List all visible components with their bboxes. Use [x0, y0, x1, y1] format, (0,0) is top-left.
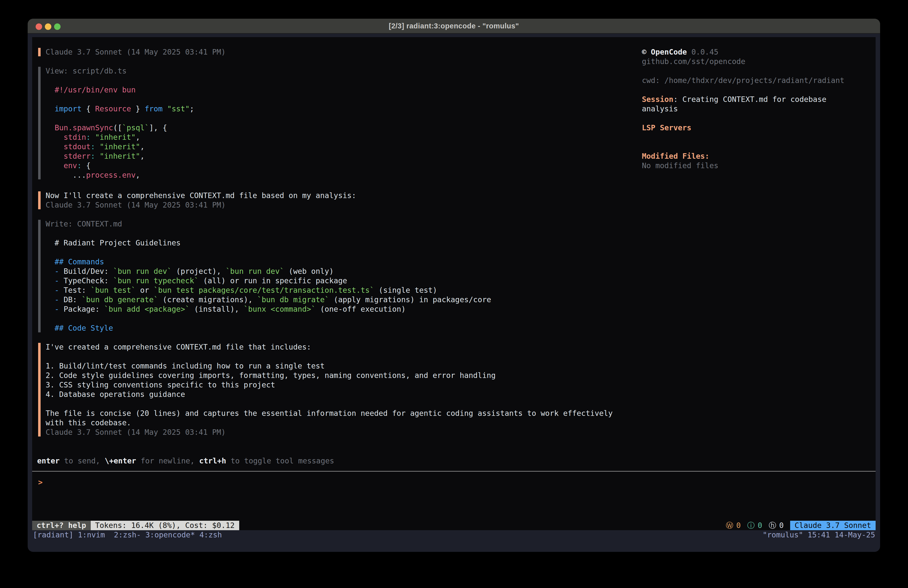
warning-icon: Ⓦ [726, 521, 733, 530]
session-sidebar: © OpenCode 0.0.45github.com/sst/opencode… [642, 47, 874, 171]
close-button[interactable] [35, 23, 42, 30]
tool-output-block: Write: CONTEXT.md # Radiant Project Guid… [32, 219, 876, 333]
text-line [642, 114, 874, 123]
text-line [642, 132, 874, 142]
zoom-button[interactable] [54, 23, 61, 30]
model-badge: Claude 3.7 Sonnet [790, 521, 876, 530]
info-diagnostic: ⓘ0 [747, 521, 762, 530]
text-line: - Test: `bun test` or `bun test packages… [46, 285, 876, 295]
text-line [642, 85, 874, 95]
text-line: ...process.env, [46, 171, 876, 180]
text-line: ## Commands [46, 257, 876, 267]
text-line: analysis [642, 104, 874, 114]
tokens-cost-chip: Tokens: 16.4K (8%), Cost: $0.12 [91, 521, 239, 530]
minimize-button[interactable] [45, 23, 52, 30]
tmux-session-clock: "romulus" 15:41 14-May-25 [763, 530, 880, 540]
window-title: [2/3] radiant:3:opencode - "romulus" [389, 22, 519, 30]
hint-icon: ⓗ [769, 521, 776, 530]
text-line: Write: CONTEXT.md [46, 219, 876, 229]
lsp-diagnostics: Ⓦ0ⓘ0ⓗ0 [720, 521, 784, 530]
text-line [46, 229, 876, 238]
window-titlebar[interactable]: [2/3] radiant:3:opencode - "romulus" [27, 19, 880, 34]
opencode-screen: Claude 3.7 Sonnet (14 May 2025 03:41 PM)… [32, 37, 876, 530]
text-line: Session: Creating CONTEXT.md for codebas… [642, 95, 874, 104]
text-line: 2. Code style guidelines covering import… [46, 371, 876, 380]
assistant-message-block: I've created a comprehensive CONTEXT.md … [32, 342, 876, 437]
hint-diagnostic: ⓗ0 [769, 521, 784, 530]
prompt-marker: > [38, 478, 876, 487]
message-accent-bar [38, 343, 40, 437]
message-accent-bar [38, 48, 40, 56]
text-line [46, 352, 876, 361]
text-line: © OpenCode 0.0.45 [642, 47, 874, 57]
keybinding-hint: enter to send, \+enter for newline, ctrl… [37, 456, 334, 466]
opencode-statusbar: ctrl+? help Tokens: 16.4K (8%), Cost: $0… [32, 521, 876, 530]
text-line: github.com/sst/opencode [642, 57, 874, 66]
text-line: LSP Servers [642, 123, 874, 132]
text-line: No modified files [642, 161, 874, 171]
text-line [46, 248, 876, 257]
text-line: Claude 3.7 Sonnet (14 May 2025 03:41 PM) [46, 427, 876, 437]
tool-accent-bar [38, 67, 40, 179]
text-line: - TypeCheck: `bun run typecheck` (all) o… [46, 276, 876, 285]
text-line: 1. Build/lint/test commands including ho… [46, 361, 876, 371]
text-line: I've created a comprehensive CONTEXT.md … [46, 342, 876, 352]
tmux-window-list[interactable]: [radiant] 1:nvim 2:zsh- 3:opencode* 4:zs… [27, 530, 222, 540]
hint-count: 0 [779, 521, 784, 530]
message-input-area[interactable]: > [32, 472, 876, 521]
text-line: ## Code Style [46, 324, 876, 333]
text-line: - Package: `bun add <package>` (install)… [46, 304, 876, 314]
help-shortcut-chip: ctrl+? help [32, 521, 91, 530]
text-line: enter to send, \+enter for newline, ctrl… [37, 456, 334, 466]
text-line [46, 314, 876, 324]
text-line [642, 142, 874, 151]
tmux-statusbar: [radiant] 1:nvim 2:zsh- 3:opencode* 4:zs… [27, 530, 880, 540]
text-line: 3. CSS styling conventions specific to t… [46, 380, 876, 390]
text-line: Now I'll create a comprehensive CONTEXT.… [46, 191, 876, 200]
text-line: 4. Database operations guidance [46, 390, 876, 399]
text-line: cwd: /home/thdxr/dev/projects/radiant/ra… [642, 76, 874, 85]
text-line: - DB: `bun db generate` (create migratio… [46, 295, 876, 304]
tool-accent-bar [38, 220, 40, 332]
text-line: Modified Files: [642, 151, 874, 161]
text-line [46, 399, 876, 409]
text-line: - Build/Dev: `bun run dev` (project), `b… [46, 267, 876, 276]
message-accent-bar [38, 191, 40, 209]
text-line: with this codebase. [46, 418, 876, 427]
text-line [642, 66, 874, 76]
terminal-window: [2/3] radiant:3:opencode - "romulus" Cla… [27, 19, 880, 552]
warning-diagnostic: Ⓦ0 [726, 521, 741, 530]
text-line: # Radiant Project Guidelines [46, 238, 876, 248]
info-icon: ⓘ [747, 521, 755, 530]
text-line: Claude 3.7 Sonnet (14 May 2025 03:41 PM) [46, 200, 876, 210]
statusbar-left: ctrl+? help Tokens: 16.4K (8%), Cost: $0… [32, 521, 239, 530]
text-line: The file is concise (20 lines) and captu… [46, 409, 876, 418]
warning-count: 0 [736, 521, 741, 530]
assistant-message-block: Now I'll create a comprehensive CONTEXT.… [32, 191, 876, 210]
statusbar-right: Ⓦ0ⓘ0ⓗ0 Claude 3.7 Sonnet [720, 521, 876, 530]
info-count: 0 [758, 521, 762, 530]
